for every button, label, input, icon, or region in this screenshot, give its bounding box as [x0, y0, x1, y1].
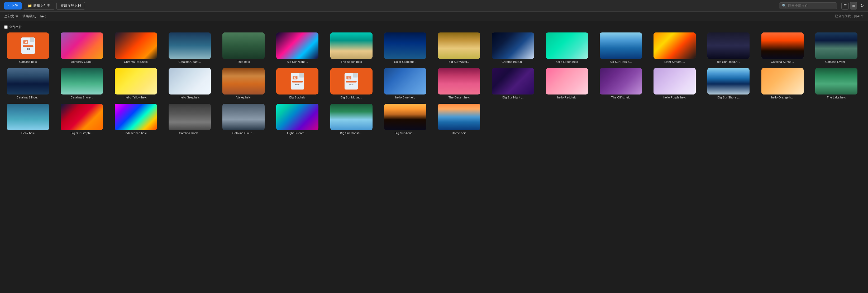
file-item[interactable]: hello Green.heic	[543, 32, 591, 63]
file-item[interactable]: Catalina Silhou...	[4, 68, 52, 99]
file-item[interactable]: HEIC 🖼 Big Sur Mount...	[328, 68, 375, 99]
all-files-check: 全部文件	[4, 24, 864, 31]
breadcrumb-root[interactable]: 全部文件	[4, 14, 18, 19]
file-name: Peak.heic	[21, 131, 35, 135]
file-item[interactable]: Dome.heic	[435, 104, 483, 135]
svg-text:HEIC: HEIC	[26, 48, 30, 50]
new-doc-button[interactable]: 新建在线文档	[57, 2, 85, 10]
file-item[interactable]: The Lake.heic	[813, 68, 860, 99]
file-thumbnail: HEIC 🖼	[7, 32, 49, 59]
svg-text:🖼: 🖼	[294, 76, 296, 79]
file-name: Big Sur Coastli...	[340, 131, 363, 135]
file-thumbnail	[7, 104, 49, 130]
file-name: Big Sur Mount...	[340, 96, 362, 99]
file-thumbnail	[115, 104, 157, 130]
file-item[interactable]: hello Orange.h...	[759, 68, 806, 99]
file-item[interactable]: Big Sur Night ...	[274, 32, 321, 63]
file-item[interactable]: HEIC 🖼 Big Sur.heic	[274, 68, 321, 99]
file-item[interactable]: hello Yellow.heic	[112, 68, 160, 99]
file-item[interactable]: Catalina Shore...	[58, 68, 105, 99]
file-item[interactable]: Big Sur Horizo...	[597, 32, 645, 63]
file-item[interactable]: Light Stream ...	[274, 104, 321, 135]
file-thumbnail	[815, 32, 858, 59]
file-item[interactable]: Chroma Blue.h...	[489, 32, 537, 63]
file-item[interactable]: Valley.heic	[220, 68, 267, 99]
file-item[interactable]: Big Sur Road.h...	[705, 32, 752, 63]
file-item[interactable]: Big Sur Night ...	[489, 68, 537, 99]
file-name: hello Red.heic	[557, 96, 577, 99]
file-name: The Cliffs.heic	[611, 96, 630, 99]
file-item[interactable]: The Desert.heic	[435, 68, 483, 99]
file-item[interactable]: Monterey Grap...	[58, 32, 105, 63]
file-thumbnail	[222, 68, 265, 94]
file-name: The Desert.heic	[448, 96, 470, 99]
refresh-button[interactable]: ↻	[860, 3, 864, 8]
file-item[interactable]: hello Purple.heic	[651, 68, 699, 99]
svg-rect-17	[346, 81, 356, 83]
file-name: Catalina Coast...	[178, 60, 201, 63]
file-name: The Lake.heic	[827, 96, 846, 99]
file-item[interactable]: The Cliffs.heic	[597, 68, 645, 99]
file-name: Chroma Red.heic	[124, 60, 148, 63]
upload-icon: ↑	[8, 4, 10, 8]
file-name: Chroma Blue.h...	[501, 60, 524, 63]
upload-button[interactable]: ↑ 上传	[4, 2, 22, 9]
file-item[interactable]: hello Red.heic	[543, 68, 591, 99]
new-folder-button[interactable]: 📁 新建文件夹	[24, 2, 54, 10]
search-input[interactable]	[788, 4, 830, 8]
file-item[interactable]: Light Stream ...	[651, 32, 699, 63]
file-name: Catalina Silhou...	[17, 96, 39, 99]
file-thumbnail	[276, 104, 318, 130]
file-name: Big Sur Night ...	[287, 60, 308, 63]
file-name: Catalina Rock...	[179, 131, 200, 135]
list-view-button[interactable]: ☰	[841, 2, 849, 9]
file-name: Light Stream ...	[664, 60, 685, 63]
upload-label: 上传	[11, 3, 18, 8]
file-item[interactable]: Tree.heic	[220, 32, 267, 63]
file-name: Big Sur Shore ...	[717, 96, 740, 99]
new-doc-label: 新建在线文档	[60, 3, 81, 8]
file-area: 全部文件 HEIC 🖼 Catalina.heicMonterey Grap..…	[0, 21, 868, 138]
file-item[interactable]: Big Sur Coastli...	[328, 104, 375, 135]
file-thumbnail	[600, 32, 642, 59]
file-item[interactable]: Catalina Rock...	[166, 104, 213, 135]
file-thumbnail	[384, 68, 426, 94]
file-item[interactable]: Big Sur Graphi...	[58, 104, 105, 135]
search-box: 🔍	[779, 2, 837, 9]
file-thumbnail	[546, 68, 588, 94]
file-item[interactable]: The Beach.heic	[328, 32, 375, 63]
file-item[interactable]: Catalina Cloud...	[220, 104, 267, 135]
breadcrumb-current: heic	[40, 14, 46, 18]
file-thumbnail	[384, 104, 426, 130]
file-item[interactable]: hello Blue.heic	[381, 68, 429, 99]
file-item[interactable]: HEIC 🖼 Catalina.heic	[4, 32, 52, 63]
file-thumbnail	[492, 32, 534, 59]
file-item[interactable]: Chroma Red.heic	[112, 32, 160, 63]
file-item[interactable]: Big Sur Water...	[435, 32, 483, 63]
file-thumbnail	[600, 68, 642, 94]
file-item[interactable]: hello Grey.heic	[166, 68, 213, 99]
file-item[interactable]: Big Sur Shore ...	[705, 68, 752, 99]
file-name: Tree.heic	[237, 60, 250, 63]
file-thumbnail	[168, 104, 211, 130]
file-item[interactable]: Big Sur Aerial...	[381, 104, 429, 135]
svg-rect-3	[23, 46, 33, 47]
file-item[interactable]: Catalina Sunse...	[759, 32, 806, 63]
file-thumbnail	[384, 32, 426, 59]
file-item[interactable]: Solar Gradient...	[381, 32, 429, 63]
file-item[interactable]: Iridescence.heic	[112, 104, 160, 135]
toolbar: ↑ 上传 📁 新建文件夹 新建在线文档 🔍 ☰ ⊞ ↻	[0, 0, 868, 11]
toolbar-icons: ☰ ⊞	[841, 2, 857, 9]
select-all-checkbox[interactable]	[4, 25, 8, 29]
file-thumbnail	[7, 68, 49, 94]
grid-view-button[interactable]: ⊞	[850, 2, 857, 9]
file-thumbnail	[61, 68, 103, 94]
search-icon: 🔍	[782, 4, 786, 8]
file-thumbnail	[222, 32, 265, 59]
file-name: Big Sur Night ...	[502, 96, 524, 99]
file-item[interactable]: Catalina Coast...	[166, 32, 213, 63]
file-item[interactable]: Peak.heic	[4, 104, 52, 135]
breadcrumb-level1[interactable]: 苹果壁纸	[22, 14, 36, 19]
file-thumbnail	[492, 68, 534, 94]
file-item[interactable]: Catalina Eveni...	[813, 32, 860, 63]
